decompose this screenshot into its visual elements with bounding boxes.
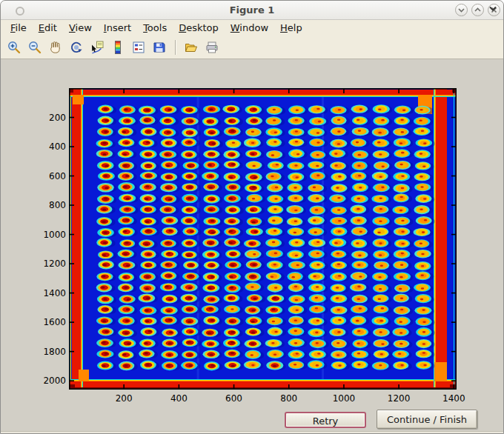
menu-item-view[interactable]: View [69,22,92,33]
x-tick-label: 1200 [388,393,411,404]
menubar-items: FileEditViewInsertToolsDesktopWindowHelp [1,20,503,36]
open-file-button[interactable] [182,39,200,56]
menu-item-tools[interactable]: Tools [143,22,167,33]
menu-item-insert[interactable]: Insert [104,22,131,33]
plot-area: 2004006008001000120014001600180020002004… [69,88,457,390]
y-tick-label: 400 [33,141,66,152]
colorbar-icon [110,40,125,55]
y-tick-label: 1400 [33,288,66,298]
figure-canvas-area: 2004006008001000120014001600180020002004… [1,59,504,434]
x-tick-label: 1400 [442,393,465,404]
zoom-in-icon [7,40,21,55]
toolbar-separator [175,40,176,55]
y-tick-label: 2000 [33,375,66,386]
pan-hand-icon [48,40,63,55]
y-tick-label: 200 [33,113,66,123]
rotate-3d-button[interactable] [67,39,85,56]
window-title: Figure 1 [1,1,503,19]
print-figure-button[interactable] [203,39,221,56]
y-tick-label: 800 [33,200,66,210]
legend-icon [131,40,146,55]
menu-item-edit[interactable]: Edit [39,22,57,33]
menu-item-file[interactable]: File [10,22,27,33]
chevron-up-icon [472,4,483,16]
save-figure-button[interactable] [150,39,168,56]
pan-button[interactable] [47,39,64,56]
x-tick-label: 400 [170,393,188,404]
y-tick-label: 1600 [33,317,66,327]
menubar-overflow-icon[interactable] [488,4,497,13]
maximize-button[interactable] [471,4,484,16]
x-tick-label: 600 [225,393,242,404]
zoom-out-icon [27,40,42,55]
window-bottom-edge [1,431,504,434]
menu-item-desktop[interactable]: Desktop [179,22,219,33]
plot-canvas[interactable] [69,88,457,390]
continue-finish-button[interactable]: Continue / Finish [377,410,477,429]
figure-toolbar [1,36,503,59]
open-folder-icon [184,40,199,55]
menu-item-window[interactable]: Window [231,22,268,33]
insert-colorbar-button[interactable] [109,39,127,56]
y-tick-label: 1200 [33,258,66,269]
chevron-down-icon [456,4,467,16]
menu-item-help[interactable]: Help [280,22,302,33]
y-tick-label: 1800 [33,347,66,357]
printer-icon [205,40,219,55]
zoom-in-button[interactable] [5,39,23,56]
x-tick-label: 1000 [333,393,356,404]
data-cursor-icon [90,40,105,55]
rotate-3d-icon [69,40,84,55]
retry-button[interactable]: Retry [285,412,366,428]
x-tick-label: 800 [280,393,297,404]
window-menu-icon[interactable] [16,7,24,16]
insert-legend-button[interactable] [130,39,147,56]
figure-window: Figure 1 FileEditViewInsertToolsDesktopW… [0,0,504,434]
save-icon [152,40,167,55]
y-tick-label: 600 [33,171,66,181]
shade-button[interactable] [455,4,468,16]
zoom-out-button[interactable] [26,39,44,56]
x-tick-label: 200 [116,393,133,404]
titlebar[interactable]: Figure 1 [1,1,503,20]
y-tick-label: 1000 [33,230,66,240]
data-cursor-button[interactable] [88,39,106,56]
